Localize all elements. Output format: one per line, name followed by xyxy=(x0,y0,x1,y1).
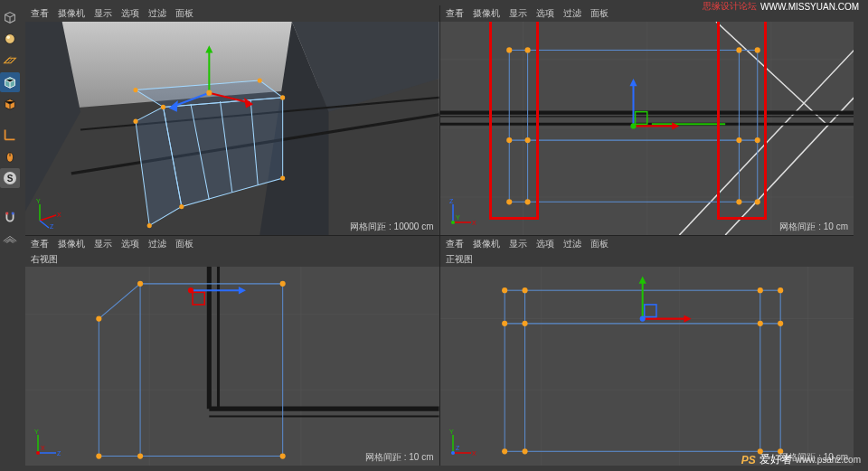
svg-line-46 xyxy=(679,50,854,235)
menu-view[interactable]: 查看 xyxy=(31,238,49,250)
svg-text:Z: Z xyxy=(50,223,54,230)
svg-line-36 xyxy=(40,221,49,228)
watermark-brand: PS xyxy=(741,454,756,466)
menu-panel[interactable]: 面板 xyxy=(175,7,193,20)
svg-point-120 xyxy=(522,321,527,326)
svg-text:X: X xyxy=(41,445,45,451)
viewport-front[interactable]: 查看 摄像机 显示 选项 过滤 面板 正视图 xyxy=(440,236,854,466)
grid-spacing-label: 网格间距 : 10000 cm xyxy=(350,221,433,233)
svg-point-1 xyxy=(6,35,10,39)
svg-text:Y: Y xyxy=(36,198,41,204)
right-canvas[interactable]: Y Z X 网格间距 : 10 cm xyxy=(25,267,439,466)
menu-filter[interactable]: 过滤 xyxy=(148,238,166,250)
grid-spacing-label: 网格间距 : 10 cm xyxy=(365,451,434,464)
menu-view[interactable]: 查看 xyxy=(446,238,464,250)
svg-rect-4 xyxy=(6,212,9,215)
svg-point-64 xyxy=(754,137,760,143)
tool-axis[interactable] xyxy=(0,125,20,145)
tool-s[interactable]: S xyxy=(0,168,20,188)
svg-point-67 xyxy=(736,199,741,204)
svg-point-116 xyxy=(522,287,527,293)
svg-text:Z: Z xyxy=(449,198,454,204)
svg-point-60 xyxy=(754,47,760,52)
svg-point-121 xyxy=(757,321,762,326)
svg-point-132 xyxy=(639,316,645,321)
menu-camera[interactable]: 摄像机 xyxy=(58,238,85,250)
svg-point-74 xyxy=(630,123,636,128)
tool-magnet[interactable] xyxy=(0,208,20,228)
menu-filter[interactable]: 过滤 xyxy=(563,7,581,20)
svg-point-23 xyxy=(133,119,137,124)
grid-spacing-label: 网格间距 : 10 cm xyxy=(779,221,848,233)
svg-point-91 xyxy=(137,281,143,287)
svg-text:Y: Y xyxy=(449,429,454,435)
front-canvas[interactable]: Y X Z 网格间距 : 10 cm xyxy=(440,267,854,466)
menu-camera[interactable]: 摄像机 xyxy=(58,7,85,20)
watermark-top: 思缘设计论坛 WWW.MISSYUAN.COM xyxy=(703,0,859,13)
menu-camera[interactable]: 摄像机 xyxy=(473,238,500,250)
svg-point-123 xyxy=(502,448,507,454)
left-toolbar: S xyxy=(0,0,22,471)
svg-point-22 xyxy=(280,95,285,99)
menu-options[interactable]: 选项 xyxy=(536,238,554,250)
tool-grid[interactable] xyxy=(0,230,20,250)
tool-plane[interactable] xyxy=(0,51,20,71)
menu-panel[interactable]: 面板 xyxy=(175,238,193,250)
menu-display[interactable]: 显示 xyxy=(94,238,112,250)
svg-marker-98 xyxy=(239,287,246,294)
svg-point-62 xyxy=(524,137,530,143)
svg-marker-130 xyxy=(684,315,691,322)
svg-point-92 xyxy=(280,281,286,287)
tool-sphere[interactable] xyxy=(0,29,20,49)
watermark-top-label: 思缘设计论坛 xyxy=(703,0,757,13)
viewport-top[interactable]: 查看 摄像机 显示 选项 过滤 面板 xyxy=(440,5,854,235)
svg-point-26 xyxy=(280,175,285,180)
menu-panel[interactable]: 面板 xyxy=(590,7,609,20)
svg-point-21 xyxy=(258,78,262,82)
axis-gizmo: Y Z X xyxy=(31,428,63,460)
viewport-perspective[interactable]: 查看 摄像机 显示 选项 过滤 面板 xyxy=(25,5,439,235)
svg-point-68 xyxy=(754,199,760,204)
axis-gizmo: Y X Z xyxy=(446,428,478,460)
svg-point-95 xyxy=(280,453,286,458)
menu-view[interactable]: 查看 xyxy=(31,7,49,20)
watermark-top-url: WWW.MISSYUAN.COM xyxy=(760,2,859,12)
svg-point-59 xyxy=(736,47,741,52)
svg-point-104 xyxy=(36,451,40,455)
svg-point-61 xyxy=(506,137,512,143)
menu-display[interactable]: 显示 xyxy=(94,7,112,20)
top-scene xyxy=(440,22,854,235)
menu-panel[interactable]: 面板 xyxy=(590,238,609,250)
svg-point-99 xyxy=(188,287,193,293)
svg-marker-128 xyxy=(638,276,646,283)
menu-options[interactable]: 选项 xyxy=(536,7,554,20)
svg-point-79 xyxy=(451,221,455,224)
menu-filter[interactable]: 过滤 xyxy=(563,238,581,250)
svg-text:X: X xyxy=(472,450,476,457)
tool-mouse[interactable] xyxy=(0,146,20,166)
menu-display[interactable]: 显示 xyxy=(509,7,527,20)
top-canvas[interactable]: Z X Y 网格间距 : 10 cm xyxy=(440,22,854,235)
menu-view[interactable]: 查看 xyxy=(446,7,464,20)
viewport-right[interactable]: 查看 摄像机 显示 选项 过滤 面板 右视图 xyxy=(25,236,439,466)
viewport-title: 正视图 xyxy=(440,252,854,267)
tool-cube[interactable] xyxy=(0,7,20,27)
svg-point-122 xyxy=(778,321,783,326)
svg-point-20 xyxy=(161,105,165,109)
svg-point-119 xyxy=(502,321,507,326)
svg-point-25 xyxy=(179,204,184,209)
menu-camera[interactable]: 摄像机 xyxy=(473,7,500,20)
svg-line-35 xyxy=(40,215,56,221)
menu-filter[interactable]: 过滤 xyxy=(148,7,166,20)
perspective-canvas[interactable]: Y X Z 网格间距 : 10000 cm xyxy=(25,22,439,235)
right-scene xyxy=(25,267,439,466)
tool-model[interactable] xyxy=(0,72,20,92)
vp-menubar: 查看 摄像机 显示 选项 过滤 面板 xyxy=(440,236,854,252)
tool-object[interactable] xyxy=(0,94,20,114)
menu-options[interactable]: 选项 xyxy=(121,238,139,250)
svg-text:Y: Y xyxy=(456,214,460,221)
menu-display[interactable]: 显示 xyxy=(509,238,527,250)
perspective-scene xyxy=(25,22,439,235)
watermark-url: www.psahz.com xyxy=(796,455,861,465)
menu-options[interactable]: 选项 xyxy=(121,7,139,20)
